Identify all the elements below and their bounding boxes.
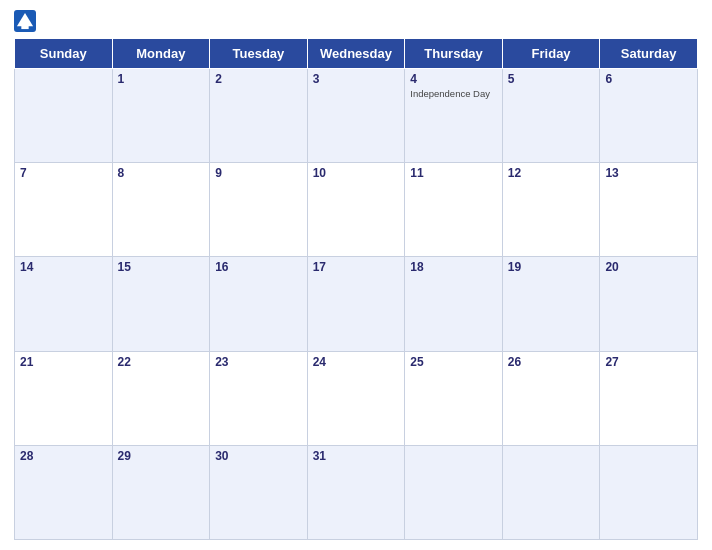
calendar-week-row: 78910111213 [15, 163, 698, 257]
day-number: 28 [20, 449, 107, 463]
day-cell: 17 [307, 257, 405, 351]
calendar-week-row: 21222324252627 [15, 351, 698, 445]
day-number: 16 [215, 260, 302, 274]
day-number: 4 [410, 72, 497, 86]
day-cell: 19 [502, 257, 600, 351]
svg-rect-2 [21, 23, 28, 29]
generalblue-icon [14, 10, 36, 32]
day-number: 14 [20, 260, 107, 274]
day-number: 2 [215, 72, 302, 86]
day-cell: 9 [210, 163, 308, 257]
day-number: 12 [508, 166, 595, 180]
day-cell: 31 [307, 445, 405, 539]
day-cell: 18 [405, 257, 503, 351]
day-number: 15 [118, 260, 205, 274]
day-cell: 4Independence Day [405, 69, 503, 163]
weekday-header-tuesday: Tuesday [210, 39, 308, 69]
day-number: 8 [118, 166, 205, 180]
day-cell: 13 [600, 163, 698, 257]
day-number: 7 [20, 166, 107, 180]
empty-day-cell [502, 445, 600, 539]
day-number: 30 [215, 449, 302, 463]
day-number: 21 [20, 355, 107, 369]
day-number: 31 [313, 449, 400, 463]
weekday-header-monday: Monday [112, 39, 210, 69]
day-number: 18 [410, 260, 497, 274]
day-cell: 23 [210, 351, 308, 445]
day-cell: 10 [307, 163, 405, 257]
weekday-header-wednesday: Wednesday [307, 39, 405, 69]
calendar-table: SundayMondayTuesdayWednesdayThursdayFrid… [14, 38, 698, 540]
day-number: 6 [605, 72, 692, 86]
empty-day-cell [405, 445, 503, 539]
day-number: 5 [508, 72, 595, 86]
day-number: 19 [508, 260, 595, 274]
day-cell: 22 [112, 351, 210, 445]
day-cell: 5 [502, 69, 600, 163]
day-number: 29 [118, 449, 205, 463]
calendar-week-row: 28293031 [15, 445, 698, 539]
weekday-header-row: SundayMondayTuesdayWednesdayThursdayFrid… [15, 39, 698, 69]
day-cell: 14 [15, 257, 113, 351]
day-cell: 24 [307, 351, 405, 445]
day-number: 20 [605, 260, 692, 274]
empty-day-cell [600, 445, 698, 539]
calendar-week-row: 1234Independence Day56 [15, 69, 698, 163]
day-cell: 20 [600, 257, 698, 351]
calendar-week-row: 14151617181920 [15, 257, 698, 351]
weekday-header-thursday: Thursday [405, 39, 503, 69]
day-cell: 27 [600, 351, 698, 445]
day-cell: 16 [210, 257, 308, 351]
weekday-header-friday: Friday [502, 39, 600, 69]
day-number: 10 [313, 166, 400, 180]
day-cell: 1 [112, 69, 210, 163]
day-cell: 15 [112, 257, 210, 351]
day-cell: 30 [210, 445, 308, 539]
day-event: Independence Day [410, 88, 497, 99]
day-cell: 2 [210, 69, 308, 163]
day-number: 24 [313, 355, 400, 369]
calendar-header [14, 10, 698, 32]
day-number: 13 [605, 166, 692, 180]
day-cell: 12 [502, 163, 600, 257]
day-number: 26 [508, 355, 595, 369]
logo-area [14, 10, 42, 32]
day-number: 9 [215, 166, 302, 180]
weekday-header-saturday: Saturday [600, 39, 698, 69]
day-cell: 7 [15, 163, 113, 257]
day-cell: 3 [307, 69, 405, 163]
day-number: 25 [410, 355, 497, 369]
empty-day-cell [15, 69, 113, 163]
weekday-header-sunday: Sunday [15, 39, 113, 69]
day-cell: 11 [405, 163, 503, 257]
day-cell: 21 [15, 351, 113, 445]
day-number: 11 [410, 166, 497, 180]
day-number: 27 [605, 355, 692, 369]
day-number: 22 [118, 355, 205, 369]
day-cell: 28 [15, 445, 113, 539]
day-cell: 6 [600, 69, 698, 163]
day-cell: 25 [405, 351, 503, 445]
day-number: 3 [313, 72, 400, 86]
day-number: 17 [313, 260, 400, 274]
day-cell: 29 [112, 445, 210, 539]
day-number: 23 [215, 355, 302, 369]
day-number: 1 [118, 72, 205, 86]
day-cell: 8 [112, 163, 210, 257]
day-cell: 26 [502, 351, 600, 445]
